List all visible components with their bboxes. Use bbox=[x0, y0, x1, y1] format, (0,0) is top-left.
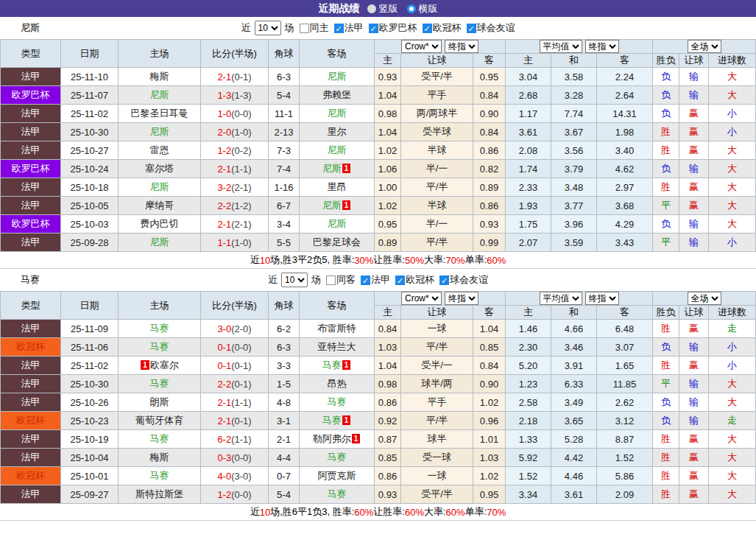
result-handicap-cell: 赢 bbox=[679, 485, 709, 504]
result-goals-cell: 大 bbox=[709, 215, 756, 234]
odds-away-cell: 0.89 bbox=[473, 178, 506, 197]
result-group-header: 全场 bbox=[653, 40, 756, 54]
home-team-cell: 1欧塞尔 bbox=[119, 357, 201, 375]
odds-source-select[interactable]: Crow* bbox=[401, 40, 442, 53]
result-goals-cell: 小 bbox=[709, 234, 756, 252]
corners-cell: 4-4 bbox=[269, 449, 300, 467]
summary-text: 单率: bbox=[465, 505, 487, 519]
halftime-score: (0-0) bbox=[231, 452, 251, 463]
halftime-score: (1-0) bbox=[231, 237, 251, 248]
view-option[interactable]: 竖版 bbox=[367, 2, 398, 15]
filter-bar: 尼斯 近10场同主✓法甲✓欧罗巴杯✓欧冠杯✓球会友谊 bbox=[0, 17, 756, 39]
home-team-cell: 塞尔塔 bbox=[119, 160, 201, 178]
period-select[interactable]: 全场 bbox=[688, 292, 721, 305]
match-row: 法甲25-11-02巴黎圣日耳曼1-0(0-0)11-1尼斯0.98两/两球半0… bbox=[1, 105, 756, 123]
league-filter-checkbox[interactable]: ✓ bbox=[395, 275, 405, 285]
away-team-cell: 亚特兰大 bbox=[300, 338, 375, 357]
summary-text: 60% bbox=[446, 507, 465, 518]
avg-source-select[interactable]: 平均值 bbox=[540, 40, 582, 53]
same-venue-filter-checkbox[interactable] bbox=[326, 275, 336, 285]
result-handicap-cell: 赢 bbox=[679, 449, 709, 467]
date-cell: 25-10-04 bbox=[61, 449, 119, 467]
recent-count-select[interactable]: 10 bbox=[281, 273, 308, 287]
avg-away-cell: 3.07 bbox=[597, 338, 653, 357]
avg-home-cell: 2.07 bbox=[506, 234, 551, 252]
league-filter-label: 法甲 bbox=[371, 273, 390, 287]
league-filter-checkbox[interactable]: ✓ bbox=[369, 24, 378, 33]
red-card-badge: 1 bbox=[342, 164, 351, 173]
result-handicap-cell: 输 bbox=[679, 412, 709, 430]
score-cell: 1-2(0-0) bbox=[201, 485, 269, 504]
odds-source-select[interactable]: Crow* bbox=[401, 292, 442, 305]
avg-away-cell: 4.29 bbox=[597, 215, 653, 234]
league-filter-checkbox[interactable]: ✓ bbox=[439, 275, 449, 285]
date-cell: 25-10-24 bbox=[61, 160, 119, 178]
handicap-cell: 球半/两 bbox=[401, 375, 473, 393]
date-cell: 25-11-07 bbox=[61, 86, 119, 105]
corners-cell: 6-3 bbox=[269, 68, 300, 86]
result-handicap-cell: 输 bbox=[679, 375, 709, 393]
column-header: 客场 bbox=[300, 40, 375, 68]
result-goals-cell: 大 bbox=[709, 160, 756, 178]
result-handicap-cell: 输 bbox=[679, 393, 709, 412]
avg-source-select[interactable]: 终指 bbox=[585, 40, 619, 53]
team-name: 勒阿弗尔 bbox=[313, 433, 351, 444]
match-row: 法甲25-10-18尼斯3-2(2-1)1-16里昂1.00平/半0.892.3… bbox=[1, 178, 756, 197]
result-outcome-cell: 负 bbox=[653, 393, 679, 412]
league-cell: 法甲 bbox=[1, 320, 61, 338]
view-option[interactable]: 横版 bbox=[407, 2, 438, 15]
avg-away-cell: 3.40 bbox=[597, 141, 653, 160]
avg-draw-cell: 3.91 bbox=[551, 357, 597, 375]
avg-draw-cell: 3.46 bbox=[551, 338, 597, 357]
column-header: 主 bbox=[375, 306, 401, 320]
red-card-badge: 1 bbox=[342, 360, 351, 370]
league-cell: 法甲 bbox=[1, 393, 61, 412]
odds-away-cell: 0.99 bbox=[473, 234, 506, 252]
avg-draw-cell: 3.61 bbox=[551, 485, 597, 504]
corners-cell: 6-2 bbox=[269, 320, 300, 338]
handicap-cell: 球半 bbox=[401, 430, 473, 449]
avg-source-select[interactable]: 终指 bbox=[585, 292, 619, 305]
league-cell: 法甲 bbox=[1, 105, 61, 123]
odds-source-select[interactable]: 终指 bbox=[445, 292, 478, 305]
league-filter-checkbox[interactable]: ✓ bbox=[334, 24, 344, 33]
same-venue-filter-checkbox[interactable] bbox=[300, 24, 309, 33]
team-name: 马赛 bbox=[328, 396, 347, 407]
league-filter-checkbox[interactable]: ✓ bbox=[467, 24, 476, 33]
recent-count-select[interactable]: 10 bbox=[255, 21, 281, 35]
league-filter-checkbox[interactable]: ✓ bbox=[361, 275, 370, 285]
corners-cell: 3-4 bbox=[269, 215, 300, 234]
odds-away-cell: 0.84 bbox=[473, 357, 506, 375]
result-outcome-cell: 胜 bbox=[653, 320, 679, 338]
home-team-cell: 梅斯 bbox=[119, 449, 201, 467]
column-header: 角球 bbox=[269, 40, 300, 68]
handicap-cell: 半球 bbox=[401, 197, 473, 215]
odds-group-header: Crow*终指 bbox=[375, 40, 506, 54]
odds-home-cell: 0.95 bbox=[375, 215, 401, 234]
league-filter-checkbox[interactable]: ✓ bbox=[423, 24, 432, 33]
same-venue-filter-label: 同客 bbox=[336, 273, 356, 287]
halftime-score: (3-0) bbox=[231, 471, 251, 482]
odds-home-cell: 0.93 bbox=[375, 68, 401, 86]
avg-away-cell: 2.62 bbox=[597, 393, 653, 412]
red-card-badge: 1 bbox=[352, 434, 361, 443]
result-goals-cell: 大 bbox=[709, 449, 756, 467]
fulltime-score: 2-1 bbox=[217, 164, 231, 175]
column-header: 胜负 bbox=[653, 306, 679, 320]
results-table: 类型日期主场比分(半场)角球客场Crow*终指平均值终指全场主让球客主和客胜负让… bbox=[0, 39, 756, 252]
fulltime-score: 2-1 bbox=[217, 397, 231, 408]
result-outcome-cell: 胜 bbox=[653, 430, 679, 449]
avg-away-cell: 3.43 bbox=[597, 234, 653, 252]
result-outcome-cell: 平 bbox=[653, 234, 679, 252]
home-team-cell: 斯特拉斯堡 bbox=[119, 485, 201, 504]
score-cell: 1-3(1-3) bbox=[201, 86, 269, 105]
odds-home-cell: 1.02 bbox=[375, 197, 401, 215]
avg-source-select[interactable]: 平均值 bbox=[540, 292, 582, 305]
summary-text: 让胜率: bbox=[373, 505, 405, 519]
period-select[interactable]: 全场 bbox=[688, 40, 721, 53]
score-cell: 2-1(0-1) bbox=[201, 68, 269, 86]
team-name: 巴黎圣日耳曼 bbox=[131, 108, 188, 119]
odds-source-select[interactable]: 终指 bbox=[445, 40, 478, 53]
away-team-cell: 尼斯 bbox=[300, 68, 375, 86]
odds-away-cell: 1.03 bbox=[473, 449, 506, 467]
